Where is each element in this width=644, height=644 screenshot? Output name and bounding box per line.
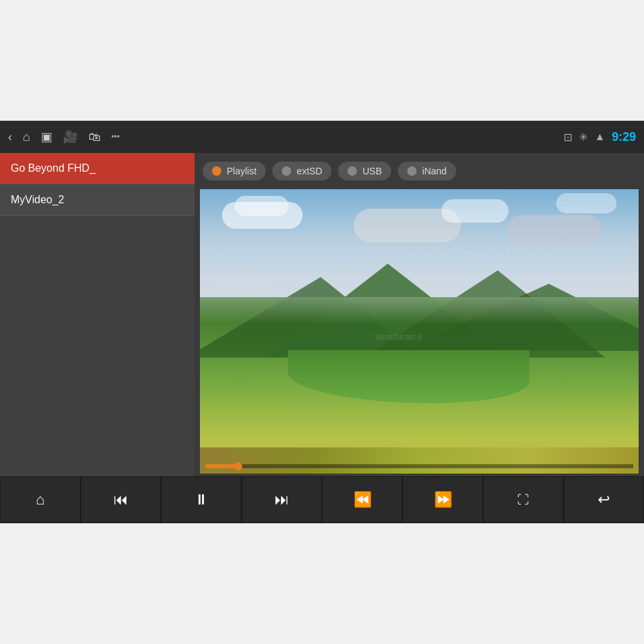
forward-icon: ⏩ (434, 491, 452, 508)
forward-button[interactable]: ⏩ (402, 476, 483, 523)
video-player[interactable]: wincairan.ir wincairan.ir wincairan.ir (200, 189, 639, 474)
ground-layer (200, 297, 639, 474)
playlist-panel: Go Beyond FHD_ MyVideo_2 (0, 153, 195, 476)
cloud-2 (235, 196, 288, 216)
wifi-icon: ▲ (594, 131, 605, 143)
main-content: Go Beyond FHD_ MyVideo_2 Playlist extSD (0, 153, 644, 476)
outer-wrapper: ‹ ⌂ ▣ 🎥 🛍 ••• ⊡ ✳ ▲ 9:29 Go Beyond FHD_ … (0, 0, 644, 644)
wildflower-layer (200, 447, 639, 474)
progress-bar-fill (205, 464, 239, 468)
source-tabs: Playlist extSD USB iNand (195, 153, 644, 189)
device-screen: ‹ ⌂ ▣ 🎥 🛍 ••• ⊡ ✳ ▲ 9:29 Go Beyond FHD_ … (0, 121, 644, 523)
tab-usb-dot (347, 166, 357, 176)
progress-bar[interactable] (205, 464, 633, 468)
right-panel: Playlist extSD USB iNand (195, 153, 644, 476)
bag-button[interactable]: 🛍 (89, 130, 101, 144)
tab-playlist-label: Playlist (227, 166, 256, 176)
fullscreen-icon: ⛶ (517, 493, 529, 507)
cast-icon: ⊡ (564, 131, 572, 144)
bluetooth-icon: ✳ (579, 131, 588, 144)
cloud-6 (556, 193, 616, 213)
tab-extsd-dot (282, 166, 291, 176)
recents-button[interactable]: ▣ (41, 129, 52, 144)
tab-playlist[interactable]: Playlist (203, 162, 266, 180)
pause-button[interactable]: ⏸ (161, 476, 241, 523)
controls-bar: ⌂ ⏮ ⏸ ⏭ ⏪ ⏩ ⛶ ↩ (0, 476, 644, 523)
tab-usb-label: USB (362, 166, 382, 176)
valley (288, 350, 529, 403)
pause-icon: ⏸ (194, 491, 209, 508)
prev-button[interactable]: ⏮ (80, 476, 161, 523)
cloud-4 (441, 199, 508, 223)
mist-layer (200, 297, 639, 324)
tab-usb[interactable]: USB (338, 162, 391, 180)
back-button[interactable]: ‹ (8, 130, 12, 144)
tab-inand-dot (407, 166, 417, 176)
time-display: 9:29 (612, 130, 636, 144)
tab-playlist-dot (212, 166, 221, 176)
back-icon: ↩ (598, 491, 610, 508)
prev-icon: ⏮ (113, 491, 128, 508)
cloud-5 (507, 215, 601, 245)
camera-button[interactable]: 🎥 (63, 129, 78, 144)
back-control-button[interactable]: ↩ (564, 476, 644, 523)
status-right-icons: ⊡ ✳ ▲ 9:29 (564, 130, 636, 144)
video-thumbnail: wincairan.ir wincairan.ir wincairan.ir (200, 189, 639, 474)
rewind-button[interactable]: ⏪ (322, 476, 402, 523)
rewind-icon: ⏪ (354, 491, 372, 508)
playlist-item-1[interactable]: Go Beyond FHD_ (0, 153, 195, 184)
home-button[interactable]: ⌂ (0, 476, 80, 523)
next-icon: ⏭ (274, 491, 289, 508)
tab-inand-label: iNand (422, 166, 447, 176)
tab-extsd-label: extSD (297, 166, 322, 176)
next-button[interactable]: ⏭ (241, 476, 322, 523)
status-bar: ‹ ⌂ ▣ 🎥 🛍 ••• ⊡ ✳ ▲ 9:29 (0, 121, 644, 153)
home-nav-button[interactable]: ⌂ (23, 130, 30, 144)
fullscreen-button[interactable]: ⛶ (483, 476, 564, 523)
tab-extsd[interactable]: extSD (272, 162, 331, 180)
home-icon: ⌂ (36, 491, 44, 508)
dots-icon: ••• (111, 132, 120, 142)
tab-inand[interactable]: iNand (398, 162, 456, 180)
playlist-item-2[interactable]: MyVideo_2 (0, 184, 195, 216)
